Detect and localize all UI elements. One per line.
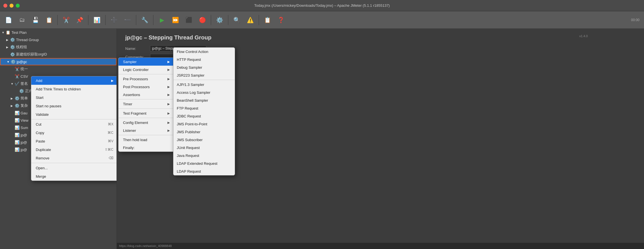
tree-item-label: View (21, 118, 28, 123)
add-config-label: Config Element (123, 121, 148, 125)
help-button[interactable]: ❓ (275, 14, 287, 26)
sep3 (105, 15, 106, 25)
ctx-cut[interactable]: Cut ⌘X (31, 120, 117, 128)
add-assertions[interactable]: Assertions ▶ (118, 91, 174, 99)
ctx-remove[interactable]: Remove ⌫ (31, 154, 117, 162)
open-button[interactable]: 🗂 (16, 14, 28, 26)
status-url: https://blog.csdn.net/weixin_40988848 (119, 244, 172, 248)
sampler-flow-control[interactable]: Flow Control Action (173, 48, 235, 55)
sampler-jsr223[interactable]: JSR223 Sampler (173, 71, 235, 79)
expand-arrow: ▶ (6, 38, 10, 41)
ctx-open[interactable]: Open... (31, 164, 117, 172)
sep1 (57, 15, 58, 25)
tree-item-xin-jian[interactable]: ⚙️ 新建组织获取orgID (0, 51, 117, 58)
sampler-jms-pub[interactable]: JMS Publisher (173, 128, 235, 136)
add-post-processors[interactable]: Post Processors ▶ (118, 83, 174, 91)
toolbar: 📄 🗂 💾 📋 ✂️ 📌 📊 ➕ ➖ 🔧 ▶ ⏩ ⬛ 🔴 ⚙️ 🔍 ⚠️ 📋 ❓… (0, 11, 644, 29)
close-button[interactable] (3, 4, 7, 8)
add-logic-label: Logic Controller (123, 68, 149, 72)
sampler-junit[interactable]: JUnit Request (173, 144, 235, 152)
expand-arrow: ▼ (7, 60, 11, 63)
sampler-access-log[interactable]: Access Log Sampler (173, 88, 235, 96)
chart-icon: 📊 (15, 125, 19, 130)
expand-arrow: ▶ (11, 104, 15, 107)
save-button[interactable]: 💾 (29, 14, 42, 26)
add-test-fragment[interactable]: Test Fragment ▶ (118, 109, 174, 117)
stop-button[interactable]: ⬛ (183, 14, 195, 26)
search-button[interactable]: 🔍 (231, 14, 243, 26)
tree-item-tong-yi[interactable]: ✂️ 统一 (0, 65, 117, 73)
scissors-icon: ✂️ (15, 74, 19, 79)
sampler-beanshell-label: BeanShell Sampler (177, 98, 208, 103)
ctx-merge[interactable]: Merge (31, 172, 117, 181)
new-button[interactable]: 📄 (2, 14, 15, 26)
ctx-start-no-pauses[interactable]: Start no pauses (31, 102, 117, 110)
ctx-start-no-pauses-label: Start no pauses (36, 104, 61, 108)
add-then-hold[interactable]: Then hold load (118, 136, 174, 144)
templates-button[interactable]: 📋 (43, 14, 55, 26)
ctx-sep2 (31, 163, 117, 163)
list-button[interactable]: 📋 (261, 14, 274, 26)
ctx-copy[interactable]: Copy ⌘C (31, 128, 117, 137)
sampler-ldap-ext[interactable]: LDAP Extended Request (173, 159, 235, 167)
sampler-ajp[interactable]: AJP/1.3 Sampler (173, 81, 235, 88)
tree-item-label: 签名 (21, 81, 28, 86)
add-listener[interactable]: Listener ▶ (118, 126, 174, 134)
play-button[interactable]: ▶ (156, 14, 168, 26)
play-fast-button[interactable]: ⏩ (169, 14, 182, 26)
expand-button[interactable]: 📊 (91, 14, 103, 26)
add-listener-arrow: ▶ (167, 129, 170, 132)
ctx-think-times[interactable]: Add Think Times to children (31, 85, 117, 93)
remote-settings-button[interactable]: ⚙️ (213, 14, 226, 26)
tree-item-test-plan[interactable]: ▼ 📋 Test Plan (0, 29, 117, 36)
add-finally[interactable]: Finally: (118, 144, 174, 152)
sampler-http-request[interactable]: HTTP Request (173, 55, 235, 63)
sampler-jms-p2p[interactable]: JMS Point-to-Point (173, 120, 235, 128)
settings-button[interactable]: 🔧 (138, 14, 151, 26)
ctx-paste-shortcut: ⌘V (108, 139, 113, 143)
maximize-button[interactable] (16, 4, 20, 8)
sampler-beanshell[interactable]: BeanShell Sampler (173, 96, 235, 104)
sampler-java[interactable]: Java Request (173, 152, 235, 159)
tree-item-jpgc[interactable]: ▼ ⚙️ jp@gc (0, 58, 117, 65)
add-timer[interactable]: Timer ▶ (118, 100, 174, 108)
ctx-validate[interactable]: Validate (31, 110, 117, 119)
sep2 (88, 15, 88, 25)
add-timer-arrow: ▶ (167, 102, 170, 106)
add-sampler[interactable]: Sampler ▶ (118, 58, 174, 66)
window-controls (3, 4, 20, 8)
ctx-duplicate[interactable]: Duplicate ⇧⌘C (31, 145, 117, 154)
stop-now-button[interactable]: 🔴 (196, 14, 209, 26)
sampler-jms-sub[interactable]: JMS Subscriber (173, 136, 235, 144)
ctx-paste[interactable]: Paste ⌘V (31, 137, 117, 145)
ctx-add[interactable]: Add ▶ (31, 76, 117, 85)
paste-button[interactable]: 📌 (73, 14, 86, 26)
sampler-debug[interactable]: Debug Sampler (173, 63, 235, 71)
add-assert-label: Assertions (123, 93, 140, 97)
sampler-ldap[interactable]: LDAP Request (173, 167, 235, 175)
tree-item-xian-cheng-zu[interactable]: ▶ ⚙️ 线程组 (0, 43, 117, 51)
remove-button[interactable]: ➖ (121, 14, 134, 26)
tree-item-label: Test Plan (12, 30, 26, 35)
chart-icon: 📊 (15, 147, 19, 152)
tree-item-thread-group[interactable]: ▶ ⚙️ Thread Group (0, 36, 117, 43)
add-post-label: Post Processors (123, 85, 150, 89)
add-sep5 (118, 135, 174, 135)
ctx-add-label: Add (36, 79, 42, 83)
tree-item-label: CSV (21, 74, 28, 79)
tree-item-label: jp@ (21, 148, 27, 152)
ctx-sep1 (31, 119, 117, 119)
sampler-ftp-label: FTP Request (177, 106, 198, 110)
add-pre-processors[interactable]: Pre Processors ▶ (118, 75, 174, 83)
ctx-start[interactable]: Start (31, 93, 117, 102)
warning-button[interactable]: ⚠️ (244, 14, 256, 26)
add-button[interactable]: ➕ (108, 14, 120, 26)
cut-button[interactable]: ✂️ (60, 14, 72, 26)
sampler-flow-control-label: Flow Control Action (177, 50, 208, 54)
minimize-button[interactable] (10, 4, 14, 8)
add-logic-controller[interactable]: Logic Controller ▶ (118, 66, 174, 74)
timer-display: 00:00 (631, 18, 642, 22)
sampler-ftp[interactable]: FTP Request (173, 104, 235, 112)
add-config-element[interactable]: Config Element ▶ (118, 119, 174, 126)
sampler-jdbc[interactable]: JDBC Request (173, 112, 235, 120)
